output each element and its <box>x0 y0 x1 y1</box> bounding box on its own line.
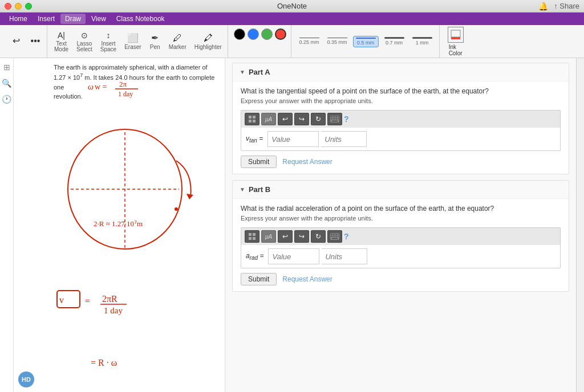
part-a-help-btn[interactable]: ? <box>344 115 349 124</box>
svg-rect-44 <box>333 236 335 237</box>
svg-rect-42 <box>338 234 339 235</box>
part-b-forward-btn[interactable]: ↪ <box>294 230 309 243</box>
symbol-label: μA <box>265 116 272 122</box>
svg-rect-47 <box>332 238 338 239</box>
part-a-matrix-btn[interactable] <box>245 113 259 125</box>
part-b-collapse[interactable]: ▼ <box>240 186 245 193</box>
stroke-line-07 <box>384 37 404 39</box>
menu-class-notebook[interactable]: Class Notebook <box>112 14 169 24</box>
more-button[interactable]: ••• <box>26 28 44 55</box>
stroke-07[interactable]: 0.7 mm <box>382 36 407 47</box>
menu-draw[interactable]: Draw <box>60 14 86 24</box>
svg-rect-0 <box>451 30 460 37</box>
color-blue[interactable] <box>248 28 259 40</box>
part-b-input-row: arad = <box>241 245 561 268</box>
insert-space-button[interactable]: ↕ InsertSpace <box>97 28 120 55</box>
search-icon[interactable]: 🔍 <box>2 79 11 88</box>
forward-icon-b: ↪ <box>299 232 305 240</box>
part-a-refresh-btn[interactable]: ↻ <box>311 113 326 125</box>
traffic-lights <box>5 3 32 10</box>
color-group <box>229 25 291 58</box>
part-b-section: ▼ Part B What is the radial acceleration… <box>232 180 569 292</box>
menu-view[interactable]: View <box>87 14 111 24</box>
maximize-button[interactable] <box>25 3 32 10</box>
right-scrollbar[interactable] <box>576 58 584 392</box>
part-b-refresh-btn[interactable]: ↻ <box>311 230 326 243</box>
menu-insert[interactable]: Insert <box>33 14 59 24</box>
part-b-symbol-btn[interactable]: μA <box>261 230 276 243</box>
drawing-area[interactable]: The earth is approximately spherical, wi… <box>14 58 225 392</box>
eraser-button[interactable]: ⬜ Eraser <box>121 28 144 55</box>
part-a-back-btn[interactable]: ↩ <box>278 113 293 125</box>
part-a-value-input[interactable] <box>267 131 319 147</box>
part-b-value-input[interactable] <box>268 248 319 264</box>
symbol-label-b: μA <box>265 234 272 240</box>
svg-text:1 day: 1 day <box>104 306 123 315</box>
marker-button[interactable]: 🖊 Marker <box>165 28 190 55</box>
highlighter-button[interactable]: 🖍 Highlighter <box>191 28 225 55</box>
svg-text:=: = <box>85 296 90 306</box>
svg-rect-46 <box>338 236 339 237</box>
title-bar: OneNote 🔔 ↑ Share <box>0 0 584 13</box>
pen-icon: ✒ <box>151 32 159 43</box>
share-button[interactable]: ↑ Share <box>554 2 579 10</box>
svg-rect-21 <box>253 116 256 119</box>
svg-rect-32 <box>338 119 339 120</box>
svg-text:2π: 2π <box>119 80 127 88</box>
part-a-answer-toolbar: μA ↩ ↪ ↻ <box>241 110 561 128</box>
svg-text:= R · ω: = R · ω <box>91 358 117 368</box>
part-b-submit-button[interactable]: Submit <box>241 273 277 285</box>
menu-home[interactable]: Home <box>5 14 32 24</box>
minimize-button[interactable] <box>15 3 22 10</box>
part-a-units-input[interactable] <box>321 131 367 147</box>
part-a-question: What is the tangential speed of a point … <box>241 87 561 95</box>
lasso-select-button[interactable]: ⊙ LassoSelect <box>73 28 96 55</box>
svg-rect-31 <box>335 119 337 120</box>
text-mode-icon: A| <box>58 31 65 40</box>
svg-text:v: v <box>59 295 64 305</box>
pen-button[interactable]: ✒ Pen <box>146 28 164 55</box>
drawing-canvas: ω w = 2π 1 day 2·R ≈ 1.27·10⁷m v = 2πR <box>14 58 225 392</box>
undo-button[interactable]: ↩ <box>7 28 25 55</box>
part-b-matrix-btn[interactable] <box>245 230 259 243</box>
notification-icon[interactable]: 🔔 <box>538 2 548 11</box>
part-a-collapse[interactable]: ▼ <box>240 69 245 75</box>
more-icon: ••• <box>31 36 40 46</box>
color-black[interactable] <box>234 28 245 40</box>
part-b-request-link[interactable]: Request Answer <box>282 275 332 283</box>
text-mode-button[interactable]: A| TextMode <box>51 28 72 55</box>
part-b-keyboard-btn[interactable] <box>327 230 342 243</box>
ink-color-label: InkColor <box>449 44 463 56</box>
undo-group: ↩ ••• <box>5 25 47 58</box>
part-a-request-link[interactable]: Request Answer <box>282 158 332 166</box>
part-b-answer-toolbar: μA ↩ ↪ ↻ <box>241 227 561 245</box>
history-icon[interactable]: 🕐 <box>2 95 11 104</box>
left-sidebar: ⊞ 🔍 🕐 <box>0 58 14 392</box>
stroke-05[interactable]: 0.5 mm <box>353 36 379 47</box>
stroke-025[interactable]: 0.25 mm <box>297 36 322 46</box>
svg-text:2πR: 2πR <box>102 294 117 304</box>
color-green[interactable] <box>261 28 273 40</box>
lasso-icon: ⊙ <box>81 31 88 40</box>
part-b-help-btn[interactable]: ? <box>344 232 349 241</box>
part-b-units-input[interactable] <box>322 248 367 264</box>
color-red[interactable] <box>275 28 286 40</box>
ink-color-group: InkColor <box>441 25 471 58</box>
svg-rect-26 <box>333 116 335 117</box>
part-a-forward-btn[interactable]: ↪ <box>294 113 309 125</box>
svg-marker-11 <box>186 194 193 199</box>
stroke-label-1: 1 mm <box>416 40 429 46</box>
grid-icon[interactable]: ⊞ <box>3 63 10 72</box>
stroke-1[interactable]: 1 mm <box>410 36 435 47</box>
user-avatar[interactable]: HD <box>18 371 34 387</box>
stroke-label-05: 0.5 mm <box>357 40 374 46</box>
part-a-instruction: Express your answer with the appropriate… <box>241 97 561 104</box>
part-a-keyboard-btn[interactable] <box>327 113 342 125</box>
part-b-back-btn[interactable]: ↩ <box>278 230 293 243</box>
part-a-symbol-btn[interactable]: μA <box>261 113 276 125</box>
part-a-submit-button[interactable]: Submit <box>241 156 277 168</box>
close-button[interactable] <box>5 3 11 10</box>
stroke-035[interactable]: 0.35 mm <box>325 36 350 47</box>
ink-color-button[interactable]: InkColor <box>443 24 468 59</box>
part-b-answer-area: μA ↩ ↪ ↻ <box>241 227 561 268</box>
